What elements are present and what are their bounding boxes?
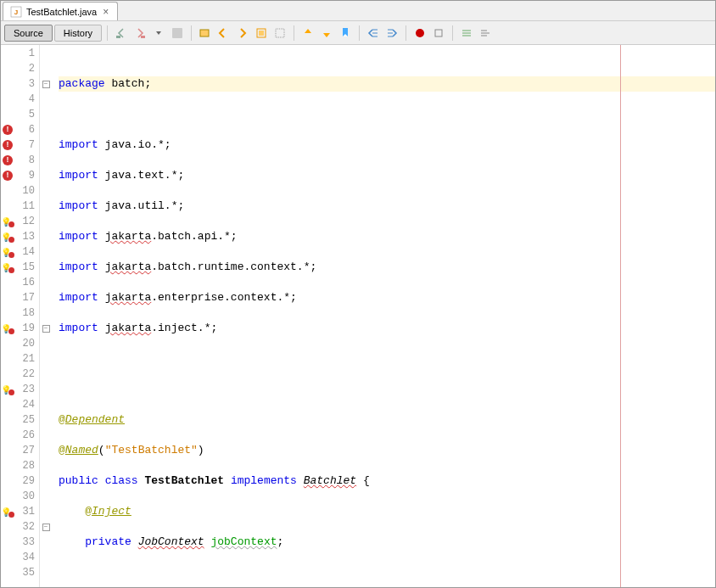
code-area[interactable]: package batch; import java.io.*; import … [52,45,715,587]
uncomment-icon[interactable] [477,25,494,42]
line-number: 33 [14,535,39,550]
fold-toggle[interactable] [40,412,52,428]
gutter-marker[interactable] [1,443,14,458]
fold-toggle[interactable] [40,336,52,351]
gutter-marker[interactable] [1,367,14,382]
fold-toggle[interactable] [40,397,52,412]
gutter-marker[interactable] [1,565,14,580]
close-icon[interactable]: × [101,6,110,18]
gutter-marker[interactable] [1,244,14,260]
fold-toggle[interactable] [40,183,52,199]
gutter-marker[interactable] [1,550,14,565]
fold-toggle[interactable] [40,473,52,489]
prev-bookmark-icon[interactable] [299,25,316,42]
gutter-marker[interactable]: ! [1,122,14,137]
gutter-marker[interactable] [1,351,14,367]
fold-toggle[interactable] [40,489,52,504]
gutter-marker[interactable] [1,199,14,214]
toggle-rect-icon[interactable] [271,25,288,42]
fold-toggle[interactable] [40,46,52,61]
fold-toggle[interactable] [40,382,52,397]
gutter-marker[interactable] [1,382,14,397]
gutter-marker[interactable] [1,412,14,428]
line-number: 11 [14,199,39,214]
find-next-icon[interactable] [234,25,251,42]
fold-toggle[interactable] [40,290,52,305]
gutter-marker[interactable] [1,107,14,122]
gutter-marker[interactable] [1,76,14,92]
gutter-marker[interactable] [1,473,14,489]
fold-toggle[interactable] [40,535,52,550]
fold-toggle[interactable] [40,122,52,137]
macro-record-icon[interactable] [411,25,428,42]
toggle-bookmark-icon[interactable] [337,25,354,42]
fold-toggle[interactable] [40,504,52,519]
gutter-marker[interactable]: ! [1,168,14,183]
fold-toggle[interactable]: − [40,321,52,336]
gutter-marker[interactable] [1,397,14,412]
fold-toggle[interactable] [40,428,52,443]
comment-icon[interactable] [458,25,475,42]
gutter-marker[interactable] [1,428,14,443]
gutter-marker[interactable] [1,275,14,290]
macro-stop-icon[interactable] [430,25,447,42]
fold-toggle[interactable] [40,61,52,76]
shift-left-icon[interactable] [365,25,382,42]
fold-toggle[interactable] [40,153,52,168]
separator [191,25,192,41]
find-selection-icon[interactable] [197,25,214,42]
fold-toggle[interactable] [40,107,52,122]
gutter-marker[interactable] [1,290,14,305]
fold-toggle[interactable] [40,458,52,473]
gutter-marker[interactable] [1,229,14,244]
separator [294,25,294,41]
gutter-marker[interactable] [1,458,14,473]
gutter-marker[interactable] [1,305,14,321]
fold-toggle[interactable] [40,137,52,153]
fold-toggle[interactable] [40,565,52,580]
gutter-marker[interactable] [1,214,14,229]
fold-toggle[interactable] [40,168,52,183]
gutter-marker[interactable] [1,504,14,519]
gutter-marker[interactable] [1,535,14,550]
line-number: 12 [14,214,39,229]
fold-toggle[interactable] [40,260,52,275]
fold-toggle[interactable]: − [40,519,52,535]
gutter-marker[interactable] [1,519,14,535]
svg-rect-8 [276,29,284,37]
hint-icon [3,262,13,272]
gutter-marker[interactable] [1,336,14,351]
fold-toggle[interactable] [40,351,52,367]
fold-toggle[interactable]: − [40,76,52,92]
fold-toggle[interactable] [40,367,52,382]
fold-toggle[interactable] [40,244,52,260]
gutter-marker[interactable] [1,61,14,76]
nav-back-icon[interactable] [113,25,130,42]
gutter-marker[interactable]: ! [1,153,14,168]
fold-toggle[interactable] [40,275,52,290]
save-icon[interactable] [169,25,186,42]
toggle-highlight-icon[interactable] [253,25,270,42]
gutter-marker[interactable] [1,489,14,504]
nav-forward-icon[interactable] [131,25,148,42]
next-bookmark-icon[interactable] [318,25,335,42]
find-prev-icon[interactable] [215,25,232,42]
file-tab[interactable]: J TestBatchlet.java × [3,2,118,20]
gutter-marker[interactable] [1,92,14,107]
fold-toggle[interactable] [40,214,52,229]
shift-right-icon[interactable] [383,25,400,42]
gutter-marker[interactable] [1,46,14,61]
fold-toggle[interactable] [40,92,52,107]
gutter-marker[interactable] [1,260,14,275]
fold-toggle[interactable] [40,305,52,321]
source-view-button[interactable]: Source [4,25,53,42]
gutter-marker[interactable] [1,183,14,199]
fold-toggle[interactable] [40,199,52,214]
fold-toggle[interactable] [40,443,52,458]
fold-toggle[interactable] [40,229,52,244]
history-view-button[interactable]: History [54,25,102,42]
gutter-marker[interactable]: ! [1,137,14,153]
fold-toggle[interactable] [40,550,52,565]
gutter-marker[interactable] [1,321,14,336]
dropdown-icon[interactable] [150,25,167,42]
